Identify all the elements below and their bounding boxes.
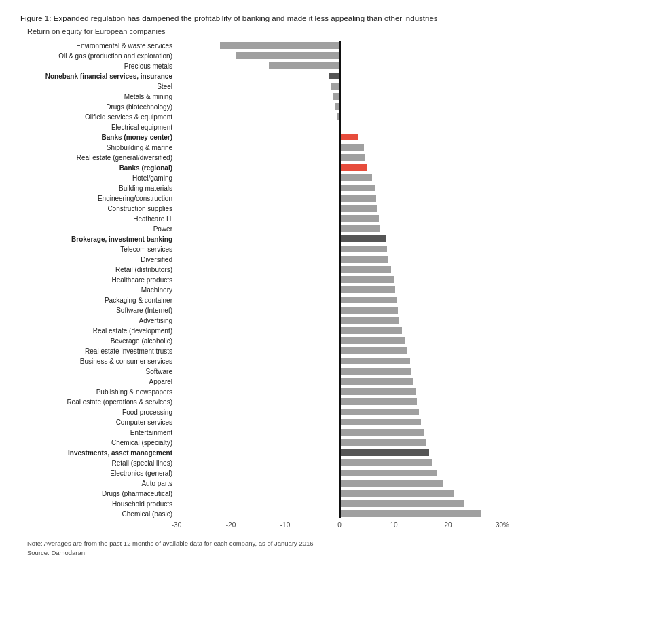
bar-container bbox=[177, 347, 625, 354]
page-container: Figure 1: Expanded regulation has dampen… bbox=[0, 0, 645, 572]
bar-label: Electronics (general) bbox=[27, 470, 177, 477]
bar bbox=[339, 500, 464, 507]
bar bbox=[339, 358, 410, 364]
table-row: Real estate (operations & services) bbox=[27, 397, 625, 406]
bar bbox=[269, 62, 339, 69]
table-row: Real estate (development) bbox=[27, 326, 625, 335]
bar-container bbox=[177, 297, 625, 303]
table-row: Heathcare IT bbox=[27, 214, 625, 223]
bar-container bbox=[177, 500, 625, 507]
bar-label: Healthcare products bbox=[27, 276, 177, 284]
x-tick: 0 bbox=[337, 521, 342, 529]
table-row: Retail (special lines) bbox=[27, 458, 625, 468]
bar bbox=[339, 246, 387, 252]
bar-container bbox=[177, 185, 625, 191]
bar bbox=[339, 134, 358, 140]
bar bbox=[339, 439, 426, 446]
bar bbox=[339, 378, 413, 385]
bar-container bbox=[177, 337, 625, 344]
bar-label: Entertainment bbox=[27, 429, 177, 436]
bar bbox=[339, 388, 416, 395]
bars-wrapper: Environmental & waste servicesOil & gas … bbox=[27, 41, 625, 518]
bar-label: Real estate (development) bbox=[27, 327, 177, 335]
bar-label: Publishing & newspapers bbox=[27, 388, 177, 396]
figure-title: Figure 1: Expanded regulation has dampen… bbox=[20, 14, 625, 23]
bar-label: Real estate (general/diversified) bbox=[27, 154, 177, 162]
table-row: Environmental & waste services bbox=[27, 41, 625, 50]
bar-label: Auto parts bbox=[27, 480, 177, 487]
x-axis: -30-20-100102030% bbox=[177, 521, 502, 535]
table-row: Chemical (specialty) bbox=[27, 438, 625, 447]
bar-label: Environmental & waste services bbox=[27, 42, 177, 50]
bar-container bbox=[177, 307, 625, 314]
table-row: Food processing bbox=[27, 407, 625, 417]
table-row: Software (Internet) bbox=[27, 305, 625, 315]
bar-label: Oilfield services & equipment bbox=[27, 113, 177, 121]
bar-label: Investments, asset management bbox=[27, 449, 177, 457]
bar-label: Building materials bbox=[27, 185, 177, 192]
bar-container bbox=[177, 113, 625, 120]
table-row: Software bbox=[27, 366, 625, 376]
bar-label: Chemical (specialty) bbox=[27, 439, 177, 447]
bar bbox=[339, 174, 372, 181]
table-row: Retail (distributors) bbox=[27, 265, 625, 274]
bar-container bbox=[177, 358, 625, 364]
bar bbox=[339, 429, 424, 436]
bar-container bbox=[177, 62, 625, 69]
bar-label: Real estate investment trusts bbox=[27, 347, 177, 355]
bar-container bbox=[177, 439, 625, 446]
bar-label: Electrical equipment bbox=[27, 124, 177, 131]
x-tick: -20 bbox=[226, 521, 236, 529]
bar-label: Computer services bbox=[27, 419, 177, 426]
bar-label: Steel bbox=[27, 83, 177, 90]
x-tick-last: 30% bbox=[496, 521, 509, 529]
bar-label: Food processing bbox=[27, 409, 177, 416]
bar-label: Household products bbox=[27, 500, 177, 508]
bar-label: Real estate (operations & services) bbox=[27, 398, 177, 406]
bar bbox=[339, 185, 375, 191]
zero-line bbox=[339, 113, 340, 120]
bar bbox=[339, 480, 443, 487]
bar-container bbox=[177, 286, 625, 293]
zero-line bbox=[339, 83, 340, 90]
bar-label: Brokerage, investment banking bbox=[27, 235, 177, 243]
bar bbox=[339, 347, 407, 354]
table-row: Publishing & newspapers bbox=[27, 387, 625, 396]
bar-label: Engineering/construction bbox=[27, 195, 177, 202]
bar bbox=[339, 449, 429, 456]
table-row: Electronics (general) bbox=[27, 468, 625, 478]
bar bbox=[337, 113, 339, 120]
bar bbox=[333, 93, 339, 100]
bar-container bbox=[177, 490, 625, 497]
table-row: Construction supplies bbox=[27, 204, 625, 213]
table-row: Oil & gas (production and exploration) bbox=[27, 51, 625, 60]
bar bbox=[339, 276, 394, 283]
bar bbox=[339, 154, 365, 161]
bar-container bbox=[177, 134, 625, 140]
table-row: Real estate investment trusts bbox=[27, 346, 625, 356]
table-row: Nonebank financial services, insurance bbox=[27, 71, 625, 81]
bar-container bbox=[177, 429, 625, 436]
table-row: Precious metals bbox=[27, 61, 625, 71]
bar bbox=[339, 459, 432, 466]
x-tick: 10 bbox=[390, 521, 397, 529]
bar bbox=[339, 144, 364, 151]
bar bbox=[339, 205, 377, 212]
table-row: Business & consumer services bbox=[27, 356, 625, 366]
table-row: Computer services bbox=[27, 417, 625, 427]
bar-container bbox=[177, 235, 625, 242]
bar-label: Power bbox=[27, 225, 177, 233]
bar-container bbox=[177, 419, 625, 425]
bar-container bbox=[177, 144, 625, 151]
zero-line bbox=[339, 42, 340, 49]
table-row: Brokerage, investment banking bbox=[27, 234, 625, 244]
bar-container bbox=[177, 154, 625, 161]
bar-container bbox=[177, 327, 625, 334]
note-line1: Note: Averages are from the past 12 mont… bbox=[27, 539, 625, 548]
bar-label: Software bbox=[27, 368, 177, 375]
bar bbox=[339, 266, 391, 273]
bar-label: Advertising bbox=[27, 317, 177, 324]
bar-label: Construction supplies bbox=[27, 205, 177, 212]
table-row: Investments, asset management bbox=[27, 448, 625, 457]
figure-label: Figure 1: bbox=[20, 14, 51, 22]
